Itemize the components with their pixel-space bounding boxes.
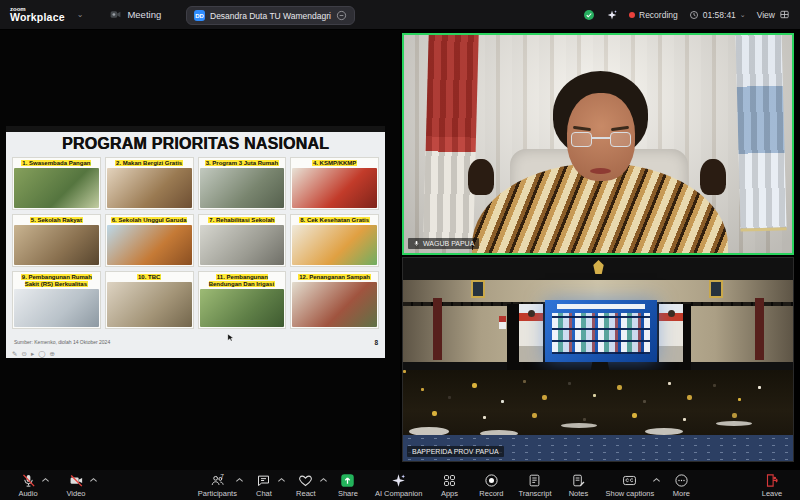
- participant-name-tag: BAPPERIDA PROV PAPUA: [407, 446, 504, 457]
- recording-indicator[interactable]: Recording: [629, 10, 678, 20]
- toolbar-notes-button[interactable]: Notes: [559, 470, 599, 500]
- program-card-label: 4. KSMP/KKMP: [292, 159, 377, 168]
- program-card: 5. Sekolah Rakyat: [12, 214, 101, 267]
- recording-dot-icon: [629, 12, 635, 18]
- program-card-label-text: 4. KSMP/KKMP: [312, 160, 357, 166]
- toolbar-button-label: React: [296, 489, 316, 498]
- program-photo: [14, 289, 99, 327]
- led-screen: [545, 300, 657, 362]
- toolbar-audio-button[interactable]: Audio: [8, 470, 48, 500]
- erase-icon[interactable]: ◯: [38, 351, 45, 358]
- toolbar-button-label: AI Companion: [375, 489, 423, 498]
- toolbar-participants-button[interactable]: 7Participants: [193, 470, 242, 500]
- program-card: 7. Rehabilitasi Sekolah: [198, 214, 287, 267]
- toolbar-center-group: 7ParticipantsChatReactShareAI CompanionA…: [142, 470, 752, 500]
- indonesia-flag: [423, 33, 479, 244]
- toolbar-button-label: More: [673, 489, 690, 498]
- program-card-label-text: 3. Program 3 Juta Rumah: [205, 160, 279, 166]
- wall-portrait: [471, 280, 485, 298]
- led-screen-slide: [552, 313, 650, 354]
- ai-sparkle-icon[interactable]: [606, 9, 618, 21]
- zoom-meeting-window: zoom Workplace ⌄ Meeting DD Desandra Dut…: [0, 0, 800, 500]
- meeting-title-pill[interactable]: DD Desandra Duta TU Wamendagri: [186, 6, 355, 25]
- top-bar: zoom Workplace ⌄ Meeting DD Desandra Dut…: [0, 0, 800, 30]
- participant-name: BAPPERIDA PROV PAPUA: [412, 448, 499, 455]
- toolbar-share-button[interactable]: Share: [328, 470, 368, 500]
- video-muted-icon: [69, 473, 84, 488]
- program-card: 6. Sekolah Unggul Garuda: [105, 214, 194, 267]
- tab-meeting[interactable]: Meeting: [109, 8, 161, 21]
- program-photo: [107, 168, 192, 209]
- chevron-up-icon[interactable]: [89, 477, 98, 483]
- toolbar-captions-button[interactable]: Show captions: [601, 470, 660, 500]
- annotation-toolbar: ✎ ⊙ ▸ ◯ ⊕: [12, 351, 55, 358]
- program-card-label: 6. Sekolah Unggul Garuda: [107, 216, 192, 225]
- recording-label: Recording: [639, 10, 678, 20]
- toolbar-leave-button[interactable]: Leave: [752, 470, 792, 500]
- pen-icon[interactable]: ✎: [12, 351, 17, 358]
- transcript-icon: [527, 473, 542, 488]
- toolbar-transcript-button[interactable]: Transcript: [513, 470, 556, 500]
- chevron-up-icon[interactable]: [277, 477, 286, 483]
- view-button[interactable]: View: [757, 9, 790, 20]
- meeting-toolbar: AudioVideo 7ParticipantsChatReactShareAI…: [0, 470, 800, 500]
- program-card-label: 3. Program 3 Juta Rumah: [200, 159, 285, 168]
- toolbar-button-label: Leave: [762, 489, 782, 498]
- program-card-label-text: 10. TBC: [137, 274, 161, 280]
- program-card: 10. TBC: [105, 271, 194, 329]
- program-card: 1. Swasembada Pangan: [12, 157, 101, 210]
- view-label: View: [757, 10, 775, 20]
- garuda-emblem: [592, 260, 605, 274]
- slide-page-number: 8: [374, 339, 378, 346]
- program-card-label-text: 8. Cek Kesehatan Gratis: [299, 217, 370, 223]
- red-drape: [755, 298, 764, 360]
- secure-check-icon[interactable]: [583, 9, 595, 21]
- toolbar-button-label: Audio: [18, 489, 37, 498]
- minimize-icon[interactable]: [336, 10, 347, 21]
- toolbar-button-label: Transcript: [518, 489, 551, 498]
- program-card-label-text: 12. Penanganan Sampah: [298, 274, 371, 280]
- toolbar-chat-button[interactable]: Chat: [244, 470, 284, 500]
- program-card-label: 1. Swasembada Pangan: [14, 159, 99, 168]
- next-icon[interactable]: ▸: [31, 351, 34, 358]
- toolbar-more-button[interactable]: More: [661, 470, 701, 500]
- add-icon[interactable]: ⊕: [49, 351, 54, 358]
- program-card-label-text: 9. Pembangunan Rumah Sakit (RS) Berkuali…: [21, 274, 92, 287]
- clock-icon: [689, 10, 699, 20]
- glasses-lens: [610, 132, 631, 147]
- view-grid-icon: [779, 9, 790, 20]
- meeting-title: Desandra Duta TU Wamendagri: [210, 11, 331, 21]
- meeting-timer[interactable]: 01:58:41 ⌄: [689, 10, 746, 20]
- toolbar-apps-button[interactable]: Apps: [429, 470, 469, 500]
- toolbar-button-label: Show captions: [606, 489, 655, 498]
- toolbar-record-button[interactable]: Record: [471, 470, 511, 500]
- program-card-label: 5. Sekolah Rakyat: [14, 216, 99, 225]
- glasses-lens: [571, 132, 592, 147]
- official-banner: [519, 304, 543, 362]
- zoom-workplace-logo: zoom Workplace: [10, 6, 65, 23]
- program-photo: [14, 168, 99, 209]
- active-speaker-video[interactable]: WAGUB PAPUA: [402, 33, 794, 255]
- toolbar-ai-companion-button[interactable]: AI Companion: [370, 470, 428, 500]
- laser-icon[interactable]: ⊙: [21, 351, 26, 358]
- conference-hall-video[interactable]: BAPPERIDA PROV PAPUA: [402, 257, 794, 462]
- chevron-down-icon[interactable]: ⌄: [77, 10, 84, 19]
- program-photo: [292, 168, 377, 209]
- shared-screen-area: PROGRAM PRIORITAS NASIONAL 1. Swasembada…: [0, 30, 400, 470]
- toolbar-button-label: Chat: [256, 489, 272, 498]
- chat-icon: [256, 473, 271, 488]
- chevron-up-icon[interactable]: [41, 477, 50, 483]
- heart-icon: [298, 473, 313, 488]
- slide-source-note: Sumber: Kemenko, diolah 14 Oktober 2024: [14, 339, 110, 345]
- toolbar-video-button[interactable]: Video: [56, 470, 96, 500]
- toolbar-react-button[interactable]: React: [286, 470, 326, 500]
- program-photo: [292, 282, 377, 327]
- chevron-up-icon[interactable]: [235, 477, 244, 483]
- chevron-up-icon[interactable]: [319, 477, 328, 483]
- program-card-label: 11. Pembangunan Bendungan Dan Irigasi: [200, 273, 285, 288]
- chevron-down-icon[interactable]: ⌄: [740, 11, 746, 19]
- chevron-up-icon[interactable]: [652, 477, 661, 483]
- leave-icon: [765, 473, 780, 488]
- program-card: 4. KSMP/KKMP: [290, 157, 379, 210]
- slide-top-strip: [6, 126, 385, 132]
